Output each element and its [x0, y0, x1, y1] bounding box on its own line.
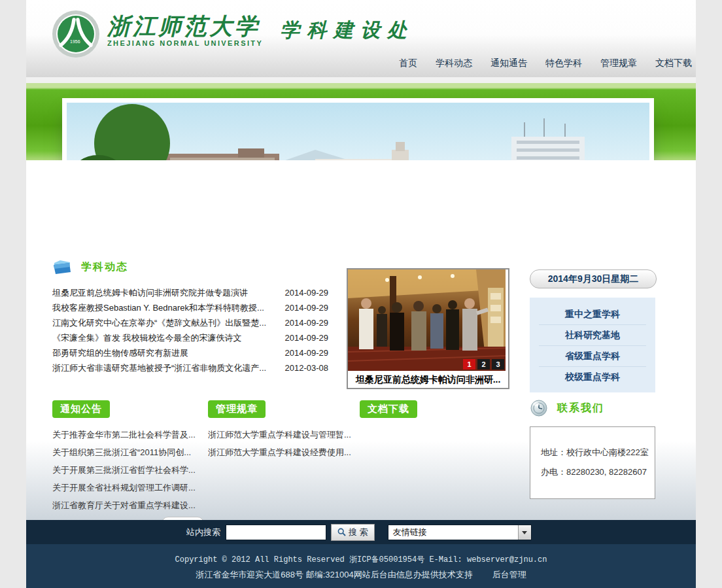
nav-item[interactable]: 文档下载 — [655, 58, 692, 69]
news-link[interactable]: 我校客座教授Sebastian Y. Bednarek和本学科特聘教授... — [52, 300, 264, 315]
slideshow-pager: 123 — [461, 359, 504, 370]
university-name-en: ZHEJIANG NORMAL UNIVERSITY — [107, 39, 263, 47]
seal-year: 1956 — [70, 39, 80, 44]
notice-link[interactable]: 浙江省教育厅关于对省重点学科建设... — [52, 496, 204, 514]
news-row: 坦桑尼亚前总统姆卡帕访问非洲研究院并做专题演讲 2014-09-29 — [52, 285, 328, 300]
blue-folder-icon — [52, 259, 72, 275]
main-nav: 首页学科动态通知通告特色学科管理规章文档下载 — [381, 58, 692, 69]
magnifier-icon — [337, 528, 346, 536]
nav-item[interactable]: 管理规章 — [600, 58, 637, 69]
news-date: 2014-09-29 — [285, 345, 329, 360]
regulations-badge[interactable]: 管理规章 — [208, 400, 266, 418]
news-date: 2012-03-08 — [285, 360, 329, 375]
footer-copyright: Copyright © 2012 All Rights Reserved 浙IC… — [26, 544, 696, 588]
site-search-label: 站内搜索 — [186, 527, 220, 538]
news-date: 2014-09-29 — [285, 315, 329, 330]
search-button[interactable]: 搜 索 — [331, 524, 375, 541]
news-link[interactable]: 坦桑尼亚前总统姆卡帕访问非洲研究院并做专题演讲 — [52, 285, 248, 300]
nav-item[interactable]: 学科动态 — [436, 58, 472, 69]
select-arrow-box[interactable] — [518, 525, 531, 540]
news-row: 浙江师大省非遗研究基地被授予“浙江省非物质文化遗产... 2012-03-08 — [52, 360, 328, 375]
sidebar-link[interactable]: 社科研究基地 — [539, 325, 646, 346]
chevron-down-icon — [522, 531, 527, 534]
friendly-links-select[interactable]: 友情链接 — [388, 525, 532, 540]
slideshow-image — [348, 269, 506, 371]
university-logo-link[interactable]: 1956 浙江师范大学 ZHEJIANG NORMAL UNIVERSITY 学… — [51, 9, 414, 59]
contact-phone-row: 办电：82280230, 82282607 — [541, 462, 655, 482]
pager-button[interactable]: 2 — [477, 359, 490, 370]
notices-section: 通知公告 关于推荐金华市第二批社会科学普及...关于组织第三批浙江省“2011协… — [52, 400, 204, 530]
news-link[interactable]: 邵勇研究组的生物传感研究有新进展 — [52, 345, 188, 360]
logo-text: 浙江师范大学 ZHEJIANG NORMAL UNIVERSITY — [107, 14, 263, 47]
nav-item[interactable]: 特色学科 — [545, 58, 582, 69]
regulation-link[interactable]: 浙江师范大学重点学科建设经费使用... — [208, 443, 360, 461]
nav-item[interactable]: 通知通告 — [490, 58, 527, 69]
regulations-section: 管理规章 浙江师范大学重点学科建设与管理暂...浙江师范大学重点学科建设经费使用… — [208, 400, 360, 461]
notice-link[interactable]: 关于开展全省社科规划管理工作调研... — [52, 479, 204, 496]
nav-item[interactable]: 首页 — [399, 58, 417, 69]
news-date: 2014-09-29 — [285, 330, 329, 345]
news-row: 《宋濂全集》首发 我校辑校迄今最全的宋濂佚诗文 2014-09-29 — [52, 330, 328, 345]
site-search-input[interactable] — [226, 525, 326, 540]
current-date-pill: 2014年9月30日星期二 — [530, 269, 657, 288]
notice-link[interactable]: 关于组织第三批浙江省“2011协同创... — [52, 443, 204, 461]
news-date: 2014-09-29 — [285, 285, 329, 300]
notice-link[interactable]: 关于开展第三批浙江省哲学社会科学... — [52, 461, 204, 479]
regulation-link[interactable]: 浙江师范大学重点学科建设与管理暂... — [208, 426, 360, 443]
contact-address-row: 地址：校行政中心南楼222室 — [541, 443, 655, 462]
news-section-header: 学科动态 — [52, 259, 328, 275]
friendly-links-value: 友情链接 — [393, 525, 427, 540]
search-button-label: 搜 索 — [349, 527, 368, 538]
header-divider-strip — [26, 77, 696, 83]
copyright-line2: 浙江省金华市迎宾大道688号 邮编:321004网站后台由信息办提供技术支持后台… — [26, 569, 696, 581]
contact-section: 联系我们 地址：校行政中心南楼222室 办电：82280230, 8228260… — [530, 399, 655, 499]
slideshow-photo[interactable]: 123 — [348, 269, 506, 371]
sidebar-link[interactable]: 校级重点学科 — [539, 367, 646, 387]
downloads-badge[interactable]: 文档下载 — [360, 400, 417, 418]
sidebar-link[interactable]: 重中之重学科 — [539, 304, 646, 325]
news-section: 学科动态 坦桑尼亚前总统姆卡帕访问非洲研究院并做专题演讲 2014-09-29 … — [52, 259, 328, 375]
news-section-title: 学科动态 — [81, 260, 128, 274]
news-link[interactable]: 《宋濂全集》首发 我校辑校迄今最全的宋濂佚诗文 — [52, 330, 242, 345]
news-row: 我校客座教授Sebastian Y. Bednarek和本学科特聘教授... 2… — [52, 300, 328, 315]
copyright-line1: Copyright © 2012 All Rights Reserved 浙IC… — [26, 554, 696, 565]
footer-search-bar: 站内搜索 搜 索 友情链接 — [26, 520, 696, 544]
content-wrapper: 1956 浙江师范大学 ZHEJIANG NORMAL UNIVERSITY 学… — [26, 0, 696, 588]
notices-list: 关于推荐金华市第二批社会科学普及...关于组织第三批浙江省“2011协同创...… — [52, 426, 204, 514]
sidebar-links: 重中之重学科社科研究基地省级重点学科校级重点学科 — [530, 298, 655, 392]
regulations-list: 浙江师范大学重点学科建设与管理暂...浙江师范大学重点学科建设经费使用... — [208, 426, 360, 461]
site-header: 1956 浙江师范大学 ZHEJIANG NORMAL UNIVERSITY 学… — [26, 0, 696, 77]
pager-button[interactable]: 1 — [463, 359, 475, 370]
news-slideshow[interactable]: 123 坦桑尼亚前总统姆卡帕访问非洲研... — [347, 268, 509, 389]
notice-link[interactable]: 关于推荐金华市第二批社会科学普及... — [52, 426, 204, 443]
university-seal-icon: 1956 — [51, 9, 101, 59]
page: 1956 浙江师范大学 ZHEJIANG NORMAL UNIVERSITY 学… — [0, 0, 722, 588]
contact-title: 联系我们 — [557, 402, 604, 415]
sidebar-link[interactable]: 省级重点学科 — [539, 346, 646, 367]
news-link[interactable]: 浙江师大省非遗研究基地被授予“浙江省非物质文化遗产... — [52, 360, 266, 375]
news-row: 江南文化研究中心在京举办“《楚辞文献丛刊》出版暨楚... 2014-09-29 — [52, 315, 328, 330]
contact-header: 联系我们 — [530, 399, 655, 417]
slideshow-caption[interactable]: 坦桑尼亚前总统姆卡帕访问非洲研... — [348, 371, 508, 388]
downloads-section: 文档下载 — [360, 400, 511, 418]
glossy-clock-globe-icon — [530, 399, 548, 417]
notices-badge[interactable]: 通知公告 — [52, 400, 110, 418]
news-row: 邵勇研究组的生物传感研究有新进展 2014-09-29 — [52, 345, 328, 360]
contact-box: 地址：校行政中心南楼222室 办电：82280230, 82282607 — [530, 426, 655, 499]
university-name-cn: 浙江师范大学 — [107, 14, 263, 38]
news-link[interactable]: 江南文化研究中心在京举办“《楚辞文献丛刊》出版暨楚... — [52, 315, 266, 330]
news-list: 坦桑尼亚前总统姆卡帕访问非洲研究院并做专题演讲 2014-09-29 我校客座教… — [52, 285, 328, 375]
department-title: 学科建设处 — [280, 17, 414, 44]
pager-button[interactable]: 3 — [492, 359, 504, 370]
news-date: 2014-09-29 — [285, 300, 329, 315]
admin-login-link[interactable]: 后台管理 — [492, 570, 526, 579]
